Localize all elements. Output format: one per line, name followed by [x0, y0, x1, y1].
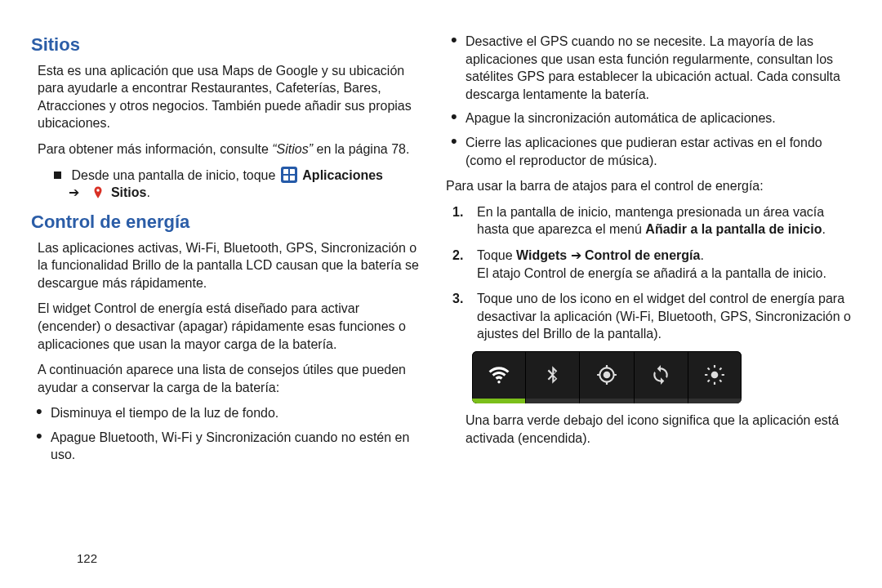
svg-point-1 [711, 372, 719, 379]
svg-line-7 [720, 380, 722, 381]
status-seg [580, 399, 634, 403]
page-number: 122 [77, 550, 97, 567]
places-pin-icon [91, 185, 105, 200]
heading-sitios: Sitios [31, 33, 420, 57]
tip-item: Desactive el GPS cuando no se necesite. … [451, 33, 851, 103]
tip-item: Apague Bluetooth, Wi-Fi y Sincronización… [36, 429, 420, 464]
widget-icons-row [472, 351, 742, 399]
step-2-text-a: Toque [477, 248, 516, 262]
tip-item: Cierre las aplicaciones que pudieran est… [451, 134, 851, 169]
left-column: Sitios Esta es una aplicación que usa Ma… [31, 33, 441, 580]
wifi-icon [488, 364, 510, 385]
step-1-bold: Añadir a la pantalla de inicio [645, 222, 822, 236]
sitios-label: Sitios [111, 185, 147, 199]
control-paragraph-1: Las aplicaciones activas, Wi-Fi, Bluetoo… [31, 239, 420, 292]
widget-brightness-toggle[interactable] [688, 351, 742, 399]
svg-line-9 [720, 368, 722, 369]
steps-list: 1. En la pantalla de inicio, mantenga pr… [446, 203, 851, 343]
status-seg [472, 399, 526, 403]
ref-suffix: en la página 78. [317, 142, 410, 156]
step-2-widgets: Widgets [516, 248, 567, 262]
tips-list-right: Desactive el GPS cuando no se necesite. … [446, 33, 851, 169]
step-2-control: Control de energía [585, 248, 700, 262]
status-seg [688, 399, 742, 403]
step-3-text: Toque uno de los icono en el widget del … [477, 292, 851, 341]
sitios-reference: Para obtener más información, consulte “… [31, 140, 420, 158]
step-number: 2. [452, 247, 463, 265]
svg-point-0 [97, 189, 100, 192]
widget-wifi-toggle[interactable] [472, 351, 526, 399]
step-text-prefix: Desde una pantalla de inicio, toque [71, 168, 278, 182]
arrow-icon: ➔ [571, 248, 581, 262]
sitios-description: Esta es una aplicación que usa Maps de G… [31, 62, 420, 132]
shortcut-intro: Para usar la barra de atajos para el con… [446, 177, 851, 195]
tip-item: Apague la sincronización automática de a… [451, 109, 851, 127]
bluetooth-icon [542, 364, 564, 385]
ref-quote: “Sitios” [272, 142, 313, 156]
period: . [146, 185, 149, 199]
sitios-step: Desde una pantalla de inicio, toque Apli… [31, 167, 420, 202]
period: . [822, 222, 825, 236]
power-control-widget [472, 351, 742, 403]
right-column: Desactive el GPS cuando no se necesite. … [441, 33, 851, 580]
brightness-icon [704, 364, 725, 385]
arrow-icon: ➔ [69, 185, 79, 199]
step-3: 3. Toque uno de los icono en el widget d… [452, 290, 851, 343]
widget-bluetooth-toggle[interactable] [526, 351, 580, 399]
period: . [700, 248, 703, 262]
step-bullet-icon [54, 172, 61, 179]
after-widget-text: Una barra verde debajo del icono signifi… [446, 412, 851, 447]
heading-control-energia: Control de energía [31, 210, 420, 234]
tip-item: Disminuya el tiempo de la luz de fondo. [36, 404, 420, 422]
svg-line-6 [708, 368, 710, 369]
status-seg [526, 399, 580, 403]
sync-icon [650, 364, 671, 385]
svg-line-8 [708, 380, 710, 381]
tips-list-left: Disminuya el tiempo de la luz de fondo. … [31, 404, 420, 464]
step-2: 2. Toque Widgets ➔ Control de energía. E… [452, 247, 851, 282]
gps-icon [596, 364, 617, 385]
control-paragraph-3: A continuación aparece una lista de cons… [31, 361, 420, 396]
step-number: 3. [452, 290, 463, 308]
control-paragraph-2: El widget Control de energía está diseña… [31, 300, 420, 353]
step-2-tail: El atajo Control de energía se añadirá a… [477, 266, 826, 280]
step-1: 1. En la pantalla de inicio, mantenga pr… [452, 203, 851, 238]
applications-label: Aplicaciones [302, 168, 383, 182]
widget-status-bar [472, 399, 742, 403]
ref-prefix: Para obtener más información, consulte [38, 142, 272, 156]
widget-gps-toggle[interactable] [580, 351, 634, 399]
manual-page: Sitios Esta es una aplicación que usa Ma… [0, 0, 882, 588]
status-seg [635, 399, 688, 403]
widget-sync-toggle[interactable] [635, 351, 688, 399]
step-number: 1. [452, 203, 463, 221]
applications-icon [281, 167, 297, 183]
